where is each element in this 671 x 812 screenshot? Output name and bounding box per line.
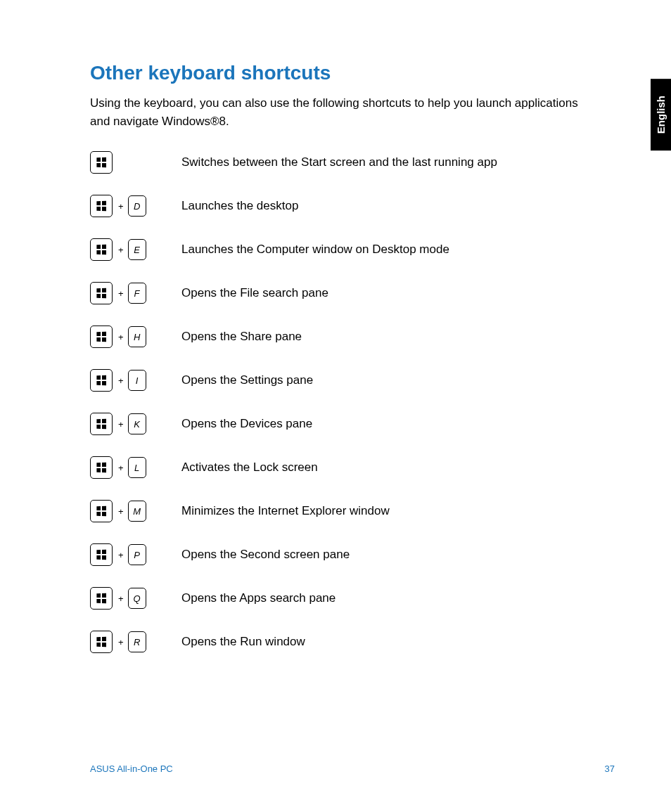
footer-page-number: 37: [605, 763, 615, 774]
windows-logo-icon: [96, 288, 106, 298]
plus-separator: +: [118, 637, 124, 647]
shortcut-description: Opens the Second screen pane: [181, 548, 350, 562]
windows-key: [90, 326, 113, 348]
letter-key: Q: [128, 588, 146, 609]
plus-separator: +: [118, 332, 124, 342]
windows-key: [90, 543, 113, 566]
windows-logo-icon: [96, 375, 106, 385]
plus-separator: +: [118, 419, 124, 430]
key-combo: +H: [90, 326, 181, 348]
shortcut-description: Switches between the Start screen and th…: [181, 155, 497, 169]
letter-key: H: [128, 326, 146, 347]
key-combo: +Q: [90, 587, 181, 610]
windows-logo-icon: [96, 157, 106, 167]
letter-key: P: [128, 544, 146, 565]
shortcut-description: Launches the desktop: [181, 199, 298, 213]
plus-separator: +: [118, 375, 124, 386]
plus-separator: +: [118, 506, 124, 517]
shortcut-description: Activates the Lock screen: [181, 460, 318, 475]
page-footer: ASUS All-in-One PC 37: [90, 763, 615, 774]
key-combo: +E: [90, 238, 181, 261]
windows-logo-icon: [96, 419, 106, 429]
windows-key: [90, 195, 113, 217]
letter-key: M: [128, 501, 146, 522]
shortcut-row: +QOpens the Apps search pane: [90, 587, 615, 610]
letter-key: F: [128, 283, 146, 304]
intro-paragraph: Using the keyboard, you can also use the…: [90, 94, 596, 130]
plus-separator: +: [118, 550, 124, 560]
windows-key: [90, 151, 113, 174]
windows-logo-icon: [96, 637, 106, 647]
shortcut-description: Opens the Settings pane: [181, 373, 313, 387]
shortcut-description: Opens the Run window: [181, 635, 305, 649]
windows-logo-icon: [96, 201, 106, 211]
letter-key: I: [128, 370, 146, 391]
page-heading: Other keyboard shortcuts: [90, 62, 615, 84]
key-combo: +M: [90, 500, 181, 522]
windows-logo-icon: [96, 245, 106, 254]
windows-key: [90, 238, 113, 261]
shortcut-row: +HOpens the Share pane: [90, 326, 615, 348]
shortcut-row: +KOpens the Devices pane: [90, 413, 615, 435]
shortcut-description: Minimizes the Internet Explorer window: [181, 504, 390, 518]
shortcut-description: Opens the Share pane: [181, 330, 302, 344]
shortcut-row: +ROpens the Run window: [90, 631, 615, 653]
key-combo: +R: [90, 631, 181, 653]
key-combo: +D: [90, 195, 181, 217]
key-combo: +F: [90, 282, 181, 304]
shortcut-row: +MMinimizes the Internet Explorer window: [90, 500, 615, 522]
shortcut-description: Launches the Computer window on Desktop …: [181, 243, 449, 257]
shortcut-description: Opens the Apps search pane: [181, 591, 336, 605]
shortcut-row: +POpens the Second screen pane: [90, 543, 615, 566]
shortcut-row: +LActivates the Lock screen: [90, 456, 615, 479]
key-combo: +P: [90, 543, 181, 566]
footer-product: ASUS All-in-One PC: [90, 763, 173, 774]
shortcut-description: Opens the Devices pane: [181, 417, 312, 431]
plus-separator: +: [118, 245, 124, 255]
windows-key: [90, 500, 113, 522]
letter-key: K: [128, 413, 146, 434]
windows-logo-icon: [96, 463, 106, 472]
plus-separator: +: [118, 201, 124, 212]
letter-key: R: [128, 631, 146, 652]
windows-key: [90, 369, 113, 392]
key-combo: +L: [90, 456, 181, 479]
letter-key: L: [128, 457, 146, 478]
windows-key: [90, 631, 113, 653]
plus-separator: +: [118, 593, 124, 604]
windows-key: [90, 282, 113, 304]
windows-key: [90, 587, 113, 610]
key-combo: +K: [90, 413, 181, 435]
windows-logo-icon: [96, 506, 106, 516]
shortcut-list: Switches between the Start screen and th…: [90, 151, 615, 653]
language-tab: English: [651, 79, 671, 150]
windows-logo-icon: [96, 550, 106, 560]
windows-logo-icon: [96, 593, 106, 603]
shortcut-row: +FOpens the File search pane: [90, 282, 615, 304]
shortcut-row: +DLaunches the desktop: [90, 195, 615, 217]
shortcut-row: Switches between the Start screen and th…: [90, 151, 615, 174]
key-combo: +I: [90, 369, 181, 392]
windows-logo-icon: [96, 332, 106, 342]
windows-key: [90, 413, 113, 435]
plus-separator: +: [118, 463, 124, 473]
shortcut-row: +IOpens the Settings pane: [90, 369, 615, 392]
letter-key: D: [128, 195, 146, 217]
windows-key: [90, 456, 113, 479]
letter-key: E: [128, 239, 146, 260]
shortcut-description: Opens the File search pane: [181, 286, 328, 300]
shortcut-row: +ELaunches the Computer window on Deskto…: [90, 238, 615, 261]
key-combo: [90, 151, 181, 174]
plus-separator: +: [118, 288, 124, 299]
